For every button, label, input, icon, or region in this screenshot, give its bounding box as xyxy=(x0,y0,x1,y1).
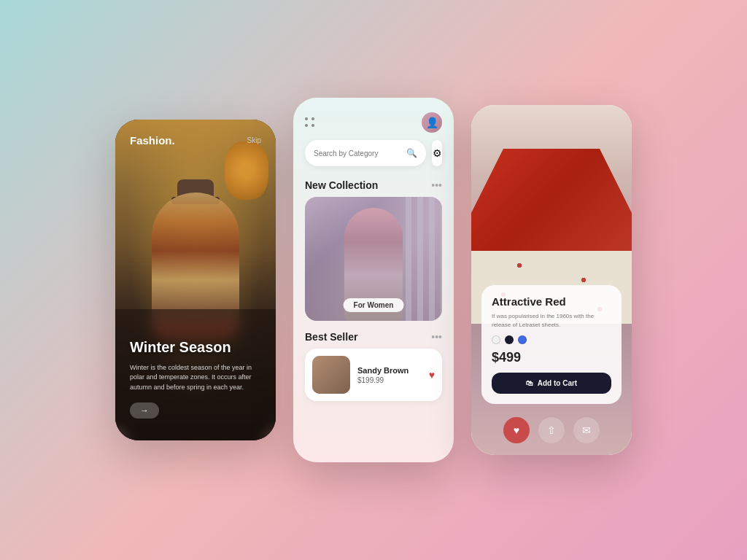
product-info-panel: Attractive Red It was popularised in the… xyxy=(481,285,622,404)
user-avatar[interactable]: 👤 xyxy=(422,112,442,133)
price-tag: $499 xyxy=(492,350,611,365)
product-price: $199.99 xyxy=(357,376,422,384)
add-to-cart-label: Add to Cart xyxy=(538,379,577,387)
product-thumbnail xyxy=(312,356,350,394)
action-buttons: ♥ ⇧ ✉ xyxy=(471,417,632,443)
phone-screen-3: Attractive Red It was popularised in the… xyxy=(471,105,632,455)
dot4 xyxy=(311,124,314,127)
new-collection-title: New Collection xyxy=(305,179,378,191)
add-to-cart-button[interactable]: 🛍 Add to Cart xyxy=(492,373,611,394)
for-women-badge: For Women xyxy=(344,298,404,312)
product-description: It was popularised in the 1960s with the… xyxy=(492,312,611,330)
message-action-button[interactable]: ✉ xyxy=(573,417,600,443)
best-seller-title: Best Seller xyxy=(305,331,357,343)
best-seller-header: Best Seller ••• xyxy=(293,328,454,349)
collection-image: For Women xyxy=(305,197,442,321)
share-action-button[interactable]: ⇧ xyxy=(538,417,565,443)
search-container: 🔍 xyxy=(305,140,426,166)
product-card: Sandy Brown $199.99 ♥ xyxy=(305,349,442,401)
heart-action-button[interactable]: ♥ xyxy=(503,417,530,443)
arrow-button[interactable]: → xyxy=(130,402,159,419)
product-info: Sandy Brown $199.99 xyxy=(357,366,422,384)
dot1 xyxy=(305,117,308,120)
phone-screen-2: 👤 🔍 ⚙ New Collection ••• For Women Best … xyxy=(293,98,454,462)
dot3 xyxy=(305,124,308,127)
filter-button[interactable]: ⚙ xyxy=(432,140,442,166)
phone1-title: Winter Season xyxy=(130,339,261,356)
phone1-header: Fashion. Skip xyxy=(115,134,276,147)
color-option-dark[interactable] xyxy=(505,335,514,344)
color-option-white[interactable] xyxy=(492,335,500,344)
brand-logo: Fashion. xyxy=(130,134,175,147)
pillars-decoration xyxy=(406,197,442,321)
phone2-header: 👤 xyxy=(293,98,454,140)
search-input[interactable] xyxy=(314,149,406,158)
wishlist-button[interactable]: ♥ xyxy=(429,369,435,381)
best-seller-section: Best Seller ••• Sandy Brown $199.99 ♥ xyxy=(293,321,454,401)
skip-button[interactable]: Skip xyxy=(247,136,261,144)
phone-screen-1: Fashion. Skip Winter Season Winter is th… xyxy=(115,120,276,440)
phone1-description: Winter is the coldest season of the year… xyxy=(130,363,261,393)
product-title: Attractive Red xyxy=(492,295,611,308)
dot2 xyxy=(311,117,314,120)
search-icon: 🔍 xyxy=(406,148,417,158)
leaves-decoration xyxy=(225,141,268,200)
search-row: 🔍 ⚙ xyxy=(293,140,454,176)
new-collection-header: New Collection ••• xyxy=(293,176,454,197)
phone1-content: Winter Season Winter is the coldest seas… xyxy=(130,339,261,419)
color-selector xyxy=(492,335,611,344)
menu-dots-icon[interactable] xyxy=(305,117,315,128)
best-seller-more[interactable]: ••• xyxy=(431,331,442,343)
product-name: Sandy Brown xyxy=(357,366,422,375)
color-option-blue[interactable] xyxy=(518,335,527,344)
more-options-button[interactable]: ••• xyxy=(431,179,442,191)
cart-icon: 🛍 xyxy=(526,379,533,387)
